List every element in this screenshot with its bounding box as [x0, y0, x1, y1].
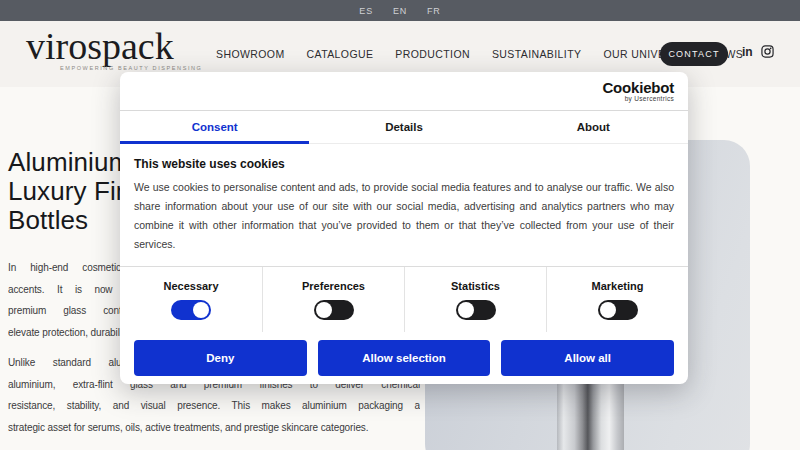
allow-selection-button[interactable]: Allow selection	[318, 340, 491, 376]
language-fr[interactable]: FR	[427, 6, 441, 16]
nav-showroom[interactable]: SHOWROOM	[216, 48, 285, 60]
tab-consent[interactable]: Consent	[120, 111, 309, 143]
toggle-knob	[193, 302, 209, 318]
category-preferences: Preferences	[262, 267, 404, 332]
language-es[interactable]: ES	[359, 6, 373, 16]
toggle-knob	[600, 302, 616, 318]
allow-all-button[interactable]: Allow all	[501, 340, 674, 376]
dialog-description: We use cookies to personalise content an…	[134, 178, 674, 254]
category-statistics: Statistics	[404, 267, 546, 332]
social-links: in	[742, 45, 774, 58]
cookiebot-byline: by Usercentrics	[602, 96, 674, 103]
preferences-toggle[interactable]	[314, 300, 354, 320]
dialog-body: This website uses cookies We use cookies…	[120, 144, 688, 254]
cookie-consent-dialog: Cookiebot by Usercentrics Consent Detail…	[120, 72, 688, 384]
dialog-buttons: Deny Allow selection Allow all	[120, 332, 688, 384]
cookiebot-name: Cookiebot	[602, 80, 674, 95]
deny-button[interactable]: Deny	[134, 340, 307, 376]
nav-sustainability[interactable]: SUSTAINABILITY	[492, 48, 581, 60]
consent-categories: Necessary Preferences Statistics Marketi…	[120, 266, 688, 332]
logo-tagline: EMPOWERING BEAUTY DISPENSING	[60, 65, 203, 71]
contact-button[interactable]: CONTACT	[660, 42, 728, 66]
tab-details[interactable]: Details	[309, 111, 498, 143]
toggle-knob	[316, 302, 332, 318]
dialog-tabs: Consent Details About	[120, 110, 688, 144]
toggle-knob	[458, 302, 474, 318]
marketing-toggle[interactable]	[598, 300, 638, 320]
page: ES EN FR virospack EMPOWERING BEAUTY DIS…	[0, 0, 800, 450]
statistics-toggle[interactable]	[456, 300, 496, 320]
linkedin-icon[interactable]: in	[742, 46, 753, 58]
cookiebot-logo: Cookiebot by Usercentrics	[602, 80, 674, 103]
language-bar: ES EN FR	[0, 0, 800, 21]
nav-production[interactable]: PRODUCTION	[395, 48, 470, 60]
language-en[interactable]: EN	[393, 6, 407, 16]
category-marketing: Marketing	[546, 267, 688, 332]
cookiebot-brand-row: Cookiebot by Usercentrics	[120, 72, 688, 110]
logo[interactable]: virospack	[26, 27, 174, 65]
dialog-title: This website uses cookies	[134, 157, 674, 171]
nav-catalogue[interactable]: CATALOGUE	[307, 48, 374, 60]
instagram-icon[interactable]	[761, 45, 774, 58]
category-necessary: Necessary	[120, 267, 262, 332]
necessary-toggle[interactable]	[171, 300, 211, 320]
tab-about[interactable]: About	[499, 111, 688, 143]
